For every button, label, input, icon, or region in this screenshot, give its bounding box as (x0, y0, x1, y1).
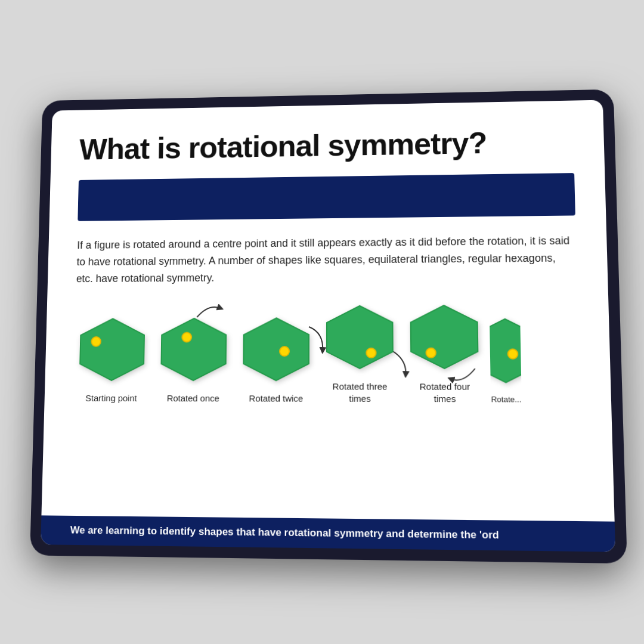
hex-label-0: Starting point (85, 392, 137, 404)
tablet-screen: What is rotational symmetry? If a figure… (41, 100, 615, 552)
slide-content: What is rotational symmetry? If a figure… (41, 100, 614, 522)
slide-title: What is rotational symmetry? (79, 124, 574, 167)
hex-container-5 (490, 315, 522, 388)
dot-5 (507, 348, 519, 359)
hex-container-4 (404, 302, 484, 375)
bottom-bar: We are learning to identify shapes that … (41, 515, 615, 552)
dot-1 (181, 332, 192, 343)
hex-item-5: Rotate... (490, 315, 522, 405)
svg-marker-4 (411, 305, 478, 369)
hex-label-2: Rotated twice (249, 392, 303, 404)
svg-marker-1 (161, 318, 226, 381)
hex-item-1: Rotated once (155, 315, 233, 404)
hexagon-svg-2 (237, 315, 315, 383)
bottom-bar-text: We are learning to identify shapes that … (70, 524, 499, 541)
hex-label-5: Rotate... (491, 395, 521, 405)
dot-2 (279, 346, 290, 357)
hexagon-svg-3 (321, 303, 399, 372)
hex-label-4: Rotated four times (408, 381, 482, 405)
hex-item-3: Rotated three times (321, 303, 400, 405)
hex-label-3: Rotated three times (324, 381, 396, 405)
svg-marker-3 (327, 306, 393, 369)
hex-label-1: Rotated once (167, 392, 219, 404)
hex-container-3 (321, 303, 399, 375)
description-text: If a figure is rotated around a centre p… (76, 232, 577, 287)
hex-container-1 (155, 315, 232, 387)
tablet-device: What is rotational symmetry? If a figure… (30, 89, 627, 564)
hex-item-0: Starting point (73, 315, 150, 404)
hex-item-2: Rotated twice (237, 315, 315, 404)
blue-bar (78, 173, 575, 221)
svg-marker-2 (243, 318, 309, 380)
hex-item-4: Rotated four times (404, 302, 485, 405)
hex-container-2 (237, 315, 315, 386)
svg-marker-0 (80, 318, 145, 380)
hexagon-svg-1 (155, 315, 232, 384)
hexagons-row: Starting point (73, 302, 580, 411)
hex-container-0 (74, 315, 151, 386)
hexagon-svg-4 (404, 302, 484, 371)
hexagon-svg-0 (74, 315, 151, 383)
